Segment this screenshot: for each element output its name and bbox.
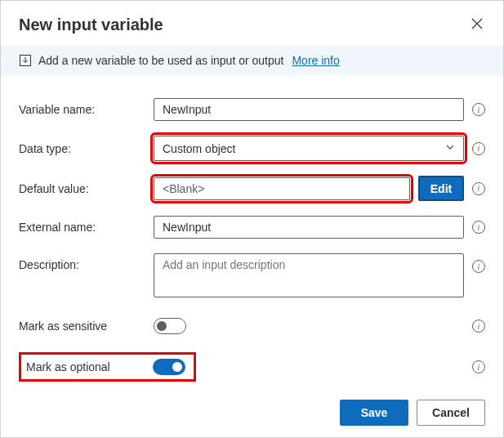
cancel-button[interactable]: Cancel [417, 400, 485, 426]
description-input[interactable] [154, 253, 464, 297]
mark-optional-toggle[interactable] [153, 359, 185, 375]
info-icon[interactable]: i [472, 142, 485, 155]
external-name-input[interactable] [154, 216, 464, 239]
edit-button[interactable]: Edit [418, 176, 464, 201]
info-icon[interactable]: i [472, 221, 485, 234]
info-icon[interactable]: i [472, 182, 485, 195]
variable-name-input[interactable] [154, 98, 464, 121]
mark-optional-group: Mark as optional [19, 352, 196, 382]
import-variable-icon [19, 54, 32, 67]
info-icon[interactable]: i [472, 260, 485, 273]
info-banner: Add a new variable to be used as input o… [1, 46, 503, 75]
data-type-select[interactable]: Custom object [154, 136, 464, 161]
banner-text: Add a new variable to be used as input o… [38, 54, 283, 67]
variable-name-label: Variable name: [19, 103, 154, 116]
more-info-link[interactable]: More info [292, 54, 339, 67]
mark-optional-label: Mark as optional [26, 360, 110, 373]
data-type-label: Data type: [19, 142, 154, 155]
external-name-label: External name: [19, 221, 154, 234]
data-type-value: Custom object [163, 142, 235, 155]
close-icon[interactable] [469, 18, 485, 32]
mark-sensitive-label: Mark as sensitive [19, 320, 154, 333]
chevron-down-icon [445, 142, 455, 154]
save-button[interactable]: Save [340, 400, 408, 426]
description-label: Description: [19, 253, 154, 271]
mark-sensitive-toggle[interactable] [154, 318, 186, 334]
dialog-title: New input variable [19, 16, 163, 34]
default-value-input[interactable] [154, 177, 410, 200]
default-value-label: Default value: [19, 182, 154, 195]
info-icon[interactable]: i [472, 103, 485, 116]
info-icon[interactable]: i [472, 360, 485, 373]
info-icon[interactable]: i [472, 320, 485, 333]
